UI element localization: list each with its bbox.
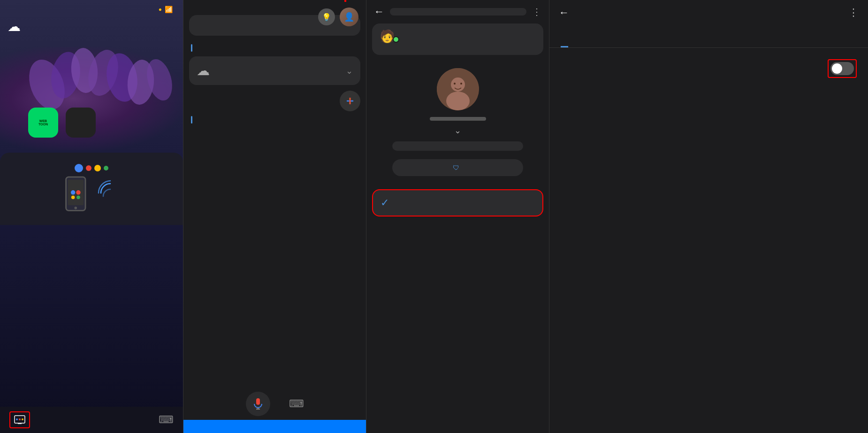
mic-button[interactable] <box>246 392 270 416</box>
svg-point-17 <box>16 418 18 420</box>
assistant-feed-panel: 💡 👤 ☁ <box>183 0 366 433</box>
svg-rect-25 <box>256 398 260 405</box>
search-bar[interactable] <box>390 8 526 15</box>
family-story-card: 🧑 <box>372 23 543 55</box>
profile-email-masked <box>430 117 486 121</box>
settings-header: ← ⋮ <box>366 0 549 22</box>
clock-time: ☁ <box>8 18 175 45</box>
today-divider <box>183 39 366 54</box>
svg-point-10 <box>70 190 75 194</box>
svg-rect-8 <box>68 180 84 206</box>
panel4-header: ← ⋮ <box>549 0 868 23</box>
hey-google-settings-panel: ← ⋮ <box>549 0 868 433</box>
weather-card[interactable]: ☁ ⌄ <box>189 56 360 85</box>
tabs-row <box>549 37 868 48</box>
bottom-bar: ⌨ <box>0 407 183 433</box>
bulb-icon[interactable]: 💡 <box>318 8 335 25</box>
tab-other-devices[interactable] <box>576 37 583 47</box>
svg-point-32 <box>460 83 462 85</box>
tab-this-phone[interactable] <box>561 37 568 47</box>
home-screen-panel: ● 📶 ☁ WEBTOON <box>0 0 183 433</box>
svg-point-11 <box>76 190 80 194</box>
keyboard-icon[interactable]: ⌨ <box>159 414 174 426</box>
panel4-more-icon[interactable]: ⋮ <box>848 7 859 19</box>
plus-fab-button[interactable] <box>340 91 360 111</box>
hey-google-toggle[interactable] <box>830 62 854 75</box>
svg-point-18 <box>19 418 21 420</box>
svg-point-30 <box>446 92 470 110</box>
settings-back-arrow[interactable]: ← <box>374 6 384 18</box>
assistant-mic-bar: ⌨ <box>183 385 366 420</box>
family-person-icon: 🧑 <box>380 29 395 44</box>
svg-point-12 <box>71 196 75 200</box>
check-circle-icon: ✓ <box>381 197 389 209</box>
hey-google-setting-section <box>549 48 868 89</box>
svg-point-13 <box>76 196 80 200</box>
profile-avatar <box>437 68 479 110</box>
toggle-highlight-box <box>828 59 857 78</box>
app-icons-row: WEBTOON <box>0 104 183 143</box>
keyboard-bottom-icon[interactable]: ⌨ <box>289 398 304 410</box>
assistant-section <box>0 153 183 225</box>
tomorrow-divider <box>183 111 366 126</box>
assistant-settings-panel: ← ⋮ 🧑 <box>366 0 549 433</box>
status-bar: ● 📶 <box>0 0 183 16</box>
your-data-button[interactable]: 🛡 <box>392 159 523 176</box>
profile-section: ⌄ <box>366 59 549 141</box>
svg-point-19 <box>22 418 23 420</box>
phone-illustration <box>8 176 175 214</box>
tv-icon[interactable] <box>9 411 30 428</box>
svg-point-31 <box>454 83 456 85</box>
toggle-thumb <box>832 63 842 74</box>
panel4-back-arrow[interactable]: ← <box>559 7 569 19</box>
settings-more-icon[interactable]: ⋮ <box>532 6 541 17</box>
user-avatar[interactable]: 👤 <box>340 8 358 26</box>
profile-expand-icon[interactable]: ⌄ <box>454 125 461 136</box>
assistant-logo <box>8 164 175 172</box>
online-status-dot <box>393 36 399 43</box>
shield-icon: 🛡 <box>453 164 459 171</box>
clock-section: ☁ <box>0 16 183 47</box>
panel4-title <box>549 23 868 29</box>
cloud-weather-icon: ☁ <box>197 63 210 78</box>
latch-icon[interactable] <box>66 108 96 138</box>
webtoon-icon[interactable]: WEBTOON <box>28 108 58 138</box>
svg-point-9 <box>74 207 77 209</box>
hey-google-voice-match-card[interactable]: ✓ <box>372 189 543 216</box>
weather-expand-icon[interactable]: ⌄ <box>346 66 353 76</box>
red-arrow-indicator <box>331 0 359 7</box>
manage-account-button[interactable] <box>392 141 523 151</box>
assistant-footer <box>183 420 366 433</box>
panel4-subtitle <box>549 29 868 37</box>
popular-settings-label <box>366 184 381 189</box>
